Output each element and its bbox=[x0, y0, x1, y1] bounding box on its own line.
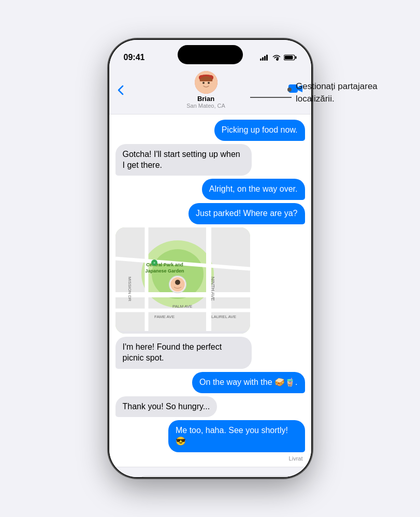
map-actions: ⊙ Găsire ➤ Partajați bbox=[115, 331, 250, 334]
map-bubble[interactable]: NINTH AVE MISSION DR PALM AVE FAME AVE L… bbox=[115, 227, 250, 334]
svg-rect-6 bbox=[284, 56, 293, 60]
message-received-2: Gotcha! I'll start setting up when I get… bbox=[115, 144, 252, 176]
message-received-6: I'm here! Found the perfect picnic spot. bbox=[115, 337, 252, 369]
message-sent-1: Picking up food now. bbox=[214, 120, 305, 141]
phone-frame: 09:41 bbox=[109, 40, 311, 477]
svg-text:MISSION DR: MISSION DR bbox=[127, 277, 132, 301]
svg-point-33 bbox=[175, 280, 180, 285]
avatar bbox=[195, 71, 218, 94]
message-sent-9: Me too, haha. See you shortly! 😎 bbox=[168, 420, 305, 452]
svg-rect-5 bbox=[295, 56, 297, 59]
message-input-field[interactable]: iMessage bbox=[136, 476, 305, 478]
annotation-label: Gestionați partajarea localizării. bbox=[296, 80, 389, 105]
messages-area: Picking up food now. Gotcha! I'll start … bbox=[109, 114, 311, 467]
status-time: 09:41 bbox=[124, 53, 145, 62]
annotation-dot bbox=[287, 88, 292, 92]
message-sent-7: On the way with the 🥪🧋. bbox=[192, 372, 305, 393]
battery-icon bbox=[284, 54, 297, 61]
back-button[interactable] bbox=[118, 85, 124, 95]
svg-rect-3 bbox=[266, 55, 268, 61]
contact-info[interactable]: Brian San Mateo, CA bbox=[186, 71, 225, 109]
svg-rect-2 bbox=[264, 56, 266, 61]
svg-point-11 bbox=[202, 82, 205, 84]
svg-text:NINTH AVE: NINTH AVE bbox=[210, 277, 215, 301]
signal-icon bbox=[260, 54, 269, 61]
message-status: Livrat bbox=[289, 455, 305, 462]
svg-text:Japanese Garden: Japanese Garden bbox=[145, 268, 184, 274]
message-sent-3: Alright, on the way over. bbox=[202, 179, 305, 200]
annotation-line bbox=[250, 97, 292, 98]
map-image: NINTH AVE MISSION DR PALM AVE FAME AVE L… bbox=[115, 227, 250, 331]
svg-point-12 bbox=[208, 82, 210, 84]
add-button[interactable]: + bbox=[115, 477, 132, 478]
input-area: + iMessage bbox=[109, 467, 311, 477]
svg-text:+: + bbox=[153, 261, 155, 265]
message-received-8: Thank you! So hungry... bbox=[115, 396, 218, 418]
wifi-icon bbox=[272, 54, 281, 61]
annotation: Gestionați partajarea localizării. bbox=[250, 80, 389, 105]
contact-name: Brian bbox=[197, 95, 214, 103]
svg-text:PALM AVE: PALM AVE bbox=[172, 304, 192, 309]
contact-location: San Mateo, CA bbox=[186, 103, 225, 109]
svg-text:FAME AVE: FAME AVE bbox=[154, 314, 175, 319]
message-sent-4: Just parked! Where are ya? bbox=[189, 203, 305, 224]
dynamic-island bbox=[178, 45, 243, 64]
svg-text:LAUREL AVE: LAUREL AVE bbox=[211, 314, 236, 319]
svg-rect-1 bbox=[262, 58, 264, 61]
status-icons bbox=[260, 54, 297, 61]
svg-rect-0 bbox=[260, 59, 262, 61]
